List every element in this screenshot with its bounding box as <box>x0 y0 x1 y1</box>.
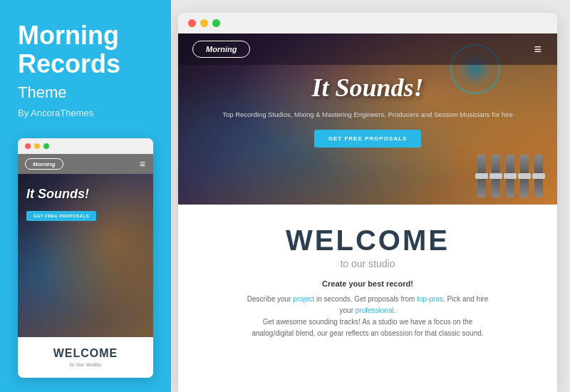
theme-title: Morning Records <box>18 21 153 78</box>
mixing-board-decoration <box>178 155 557 205</box>
mini-dot-red <box>25 143 31 149</box>
mini-dot-yellow <box>34 143 40 149</box>
main-welcome-subtitle: to our studio <box>221 258 514 269</box>
main-logo: Morning <box>192 41 250 58</box>
mini-dot-green <box>43 143 49 149</box>
fader-1 <box>477 155 486 197</box>
main-browser-content: Morning ≡ It Sounds! Top Recording Studi… <box>178 33 557 392</box>
mini-hero-section: It Sounds! GET FREE PROPOSALS <box>18 174 153 337</box>
main-hero-wrapper: Morning ≡ It Sounds! Top Recording Studi… <box>178 33 557 205</box>
main-hero-title: It Sounds! <box>221 73 514 103</box>
mini-welcome-subtitle: to our studio <box>26 361 145 368</box>
fader-group <box>178 155 557 197</box>
mini-browser-bar <box>18 138 153 154</box>
main-browser-bar <box>178 13 557 33</box>
theme-subtitle: Theme <box>18 83 153 102</box>
main-dot-red <box>188 19 196 27</box>
theme-author: By AncoraThemes <box>18 108 153 118</box>
mini-welcome-title: WELCOME <box>26 347 145 360</box>
main-hamburger-icon[interactable]: ≡ <box>534 42 543 57</box>
mini-site-header: Morning ≡ <box>18 154 153 174</box>
main-welcome-title: WELCOME <box>221 225 514 257</box>
right-panel: Morning ≡ It Sounds! Top Recording Studi… <box>171 0 570 392</box>
main-dot-yellow <box>200 19 208 27</box>
fader-2 <box>492 155 500 197</box>
mini-hero-title: It Sounds! <box>26 187 145 202</box>
mini-welcome-section: WELCOME to our studio <box>18 337 153 378</box>
main-welcome-section: WELCOME to our studio Create your best r… <box>178 205 557 392</box>
professional-link[interactable]: professional <box>356 306 394 314</box>
fader-4 <box>520 155 529 197</box>
mini-browser-content: Morning ≡ It Sounds! GET FREE PROPOSALS … <box>18 154 153 378</box>
main-welcome-tagline: Create your best record! <box>221 279 514 288</box>
main-hero-subtitle: Top Recording Studios, Mixing & Masterin… <box>221 110 514 120</box>
main-site-header: Morning ≡ <box>178 33 557 65</box>
top-pros-link[interactable]: top-pros <box>417 295 443 303</box>
main-browser-mockup: Morning ≡ It Sounds! Top Recording Studi… <box>178 13 557 392</box>
main-hero-cta-button[interactable]: GET FREE PROPOSALS <box>314 130 421 148</box>
mini-logo: Morning <box>25 158 63 170</box>
project-link[interactable]: project <box>293 295 314 303</box>
main-welcome-body: Describe your project in seconds. Get pr… <box>247 294 489 339</box>
main-dot-green <box>212 19 220 27</box>
mini-hamburger-icon: ≡ <box>140 158 146 170</box>
mini-browser-mockup: Morning ≡ It Sounds! GET FREE PROPOSALS … <box>18 138 153 378</box>
fader-5 <box>534 155 543 197</box>
fader-3 <box>506 155 514 197</box>
left-panel: Morning Records Theme By AncoraThemes Mo… <box>0 0 171 392</box>
mini-hero-button[interactable]: GET FREE PROPOSALS <box>26 211 96 221</box>
